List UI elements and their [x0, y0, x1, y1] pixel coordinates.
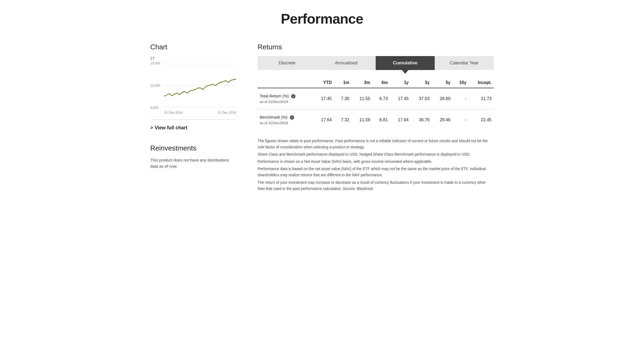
row-label-total-return: Total Return (%) i as of 31/Dec/2019	[258, 88, 313, 109]
reinvestments-heading: Reinvestments	[150, 144, 236, 152]
chart-y-labels: 15,000 10,000 5,000	[150, 61, 160, 110]
tab-cumulative[interactable]: Cumulative	[376, 56, 435, 70]
benchmark-incept: 22.45	[469, 109, 494, 131]
col-header-5y: 5y	[432, 78, 453, 88]
benchmark-5y: 29.46	[432, 109, 453, 131]
reinvestments-text: This product does not have any distribut…	[150, 157, 236, 169]
reinvestments-section: Reinvestments This product does not have…	[150, 144, 236, 169]
benchmark-sub-label: as of 31/Dec/2019	[260, 120, 311, 126]
benchmark-10y: -	[453, 109, 469, 131]
table-header-row: YTD 1m 3m 6m 1y 3y 5y 10y Incept.	[258, 78, 494, 88]
total-return-incept: 21.73	[469, 88, 494, 109]
benchmark-label: Benchmark (%)	[260, 115, 287, 119]
chart-x-start: 31 Dec 2014	[164, 111, 182, 115]
total-return-sub-label: as of 31/Dec/2019	[260, 99, 311, 105]
total-return-info-icon[interactable]: i	[291, 94, 295, 98]
row-label-benchmark: Benchmark (%) i as of 31/Dec/2019	[258, 109, 313, 131]
benchmark-ytd: 17.64	[313, 109, 334, 131]
disclaimer-line-1: The figures shown relate to past perform…	[258, 138, 494, 150]
chart-y-label-bot: 5,000	[150, 106, 160, 110]
disclaimer-line-5: The return of your investment may increa…	[258, 179, 494, 192]
chart-svg	[164, 61, 236, 110]
col-header-1m: 1m	[334, 78, 352, 88]
disclaimer-line-4: Performance data is based on the net ass…	[258, 166, 494, 178]
right-column: Returns Discrete Annualised Cumulative C…	[258, 43, 494, 193]
total-return-1y: 17.45	[390, 88, 411, 109]
view-full-chart-link[interactable]: > View full chart	[150, 125, 236, 131]
total-return-6m: 6.73	[372, 88, 390, 109]
col-header-ytd: YTD	[313, 78, 334, 88]
disclaimer-block: The figures shown relate to past perform…	[258, 138, 494, 192]
col-header-3y: 3y	[411, 78, 432, 88]
chart-period-label: 1Y	[150, 56, 236, 60]
returns-table: YTD 1m 3m 6m 1y 3y 5y 10y Incept.	[258, 78, 494, 130]
tab-annualised[interactable]: Annualised	[317, 56, 376, 70]
chart-x-labels: 31 Dec 2014 31 Dec 2019	[164, 111, 236, 115]
chart-y-label-mid: 10,000	[150, 84, 160, 87]
table-row: Total Return (%) i as of 31/Dec/2019 17.…	[258, 88, 494, 109]
left-column: Chart 1Y 15,000 10,000 5,000	[150, 43, 236, 169]
tab-discrete[interactable]: Discrete	[258, 56, 317, 70]
chart-heading: Chart	[150, 43, 236, 51]
chart-container: 1Y 15,000 10,000 5,000	[150, 56, 236, 120]
benchmark-info-icon[interactable]: i	[290, 115, 294, 120]
total-return-ytd: 17.45	[313, 88, 334, 109]
page-title: Performance	[150, 11, 494, 27]
total-return-1m: 7.30	[334, 88, 352, 109]
tab-calendar-year[interactable]: Calendar Year	[435, 56, 494, 70]
total-return-label: Total Return (%)	[260, 94, 289, 98]
chart-y-label-top: 15,000	[150, 61, 160, 65]
returns-heading: Returns	[258, 43, 494, 51]
benchmark-3m: 11.59	[352, 109, 372, 131]
total-return-10y: -	[453, 88, 469, 109]
benchmark-1y: 17.64	[390, 109, 411, 131]
chart-x-end: 31 Dec 2019	[218, 111, 236, 115]
col-header-3m: 3m	[352, 78, 372, 88]
col-header-incept: Incept.	[469, 78, 494, 88]
benchmark-1m: 7.32	[334, 109, 352, 131]
total-return-5y: 28.60	[432, 88, 453, 109]
col-header-1y: 1y	[390, 78, 411, 88]
chevron-right-icon: >	[150, 125, 153, 131]
total-return-3y: 37.03	[411, 88, 432, 109]
benchmark-3y: 36.76	[411, 109, 432, 131]
benchmark-6m: 6.81	[372, 109, 390, 131]
total-return-3m: 11.55	[352, 88, 372, 109]
col-header-label	[258, 78, 313, 88]
disclaimer-line-3: Performance is shown on a Net Asset Valu…	[258, 159, 494, 165]
table-row: Benchmark (%) i as of 31/Dec/2019 17.64 …	[258, 109, 494, 131]
col-header-10y: 10y	[453, 78, 469, 88]
tabs-row: Discrete Annualised Cumulative Calendar …	[258, 56, 494, 70]
disclaimer-line-2: Share Class and Benchmark performance di…	[258, 151, 494, 157]
col-header-6m: 6m	[372, 78, 390, 88]
view-full-chart-label: View full chart	[155, 125, 188, 131]
